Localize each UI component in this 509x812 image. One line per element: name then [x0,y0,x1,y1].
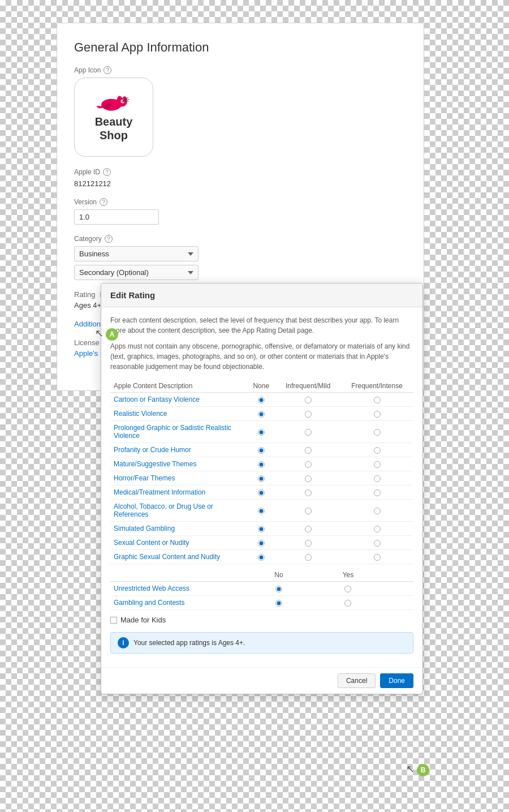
radio-infrequent-dot-9[interactable] [305,540,312,547]
apple-id-value: 812121212 [74,179,407,188]
radio-infrequent-dot-0[interactable] [305,397,312,403]
col-no: No [247,569,311,582]
table-row: Simulated Gambling [110,522,413,536]
modal-body: For each content description, select the… [101,307,422,667]
cursor-a-pointer: ↖ [95,328,103,338]
binary-label-1: Gambling and Contests [110,596,247,610]
radio-infrequent-5 [275,471,340,486]
radio-frequent-dot-3[interactable] [374,447,381,454]
badge-a: A [106,328,118,341]
row-label-7: Alcohol, Tobacco, or Drug Use or Referen… [110,500,247,522]
app-icon-box: BeautyShop [74,78,153,157]
radio-infrequent-dot-6[interactable] [305,489,312,496]
row-label-9: Sexual Content or Nudity [110,536,247,550]
binary-row: Gambling and Contests [110,596,413,610]
modal-description: For each content description, select the… [110,315,413,336]
radio-none-dot-9[interactable] [258,540,265,547]
radio-none-dot-5[interactable] [258,475,265,482]
radio-infrequent-dot-5[interactable] [305,475,312,482]
binary-header-row: No Yes [110,569,413,582]
radio-infrequent-dot-7[interactable] [305,508,312,514]
binary-yes-1 [311,596,385,610]
category-primary-select[interactable]: Business [74,246,199,261]
col-description: Apple Content Description [110,380,247,393]
radio-none-dot-7[interactable] [258,508,265,514]
table-header-row: Apple Content Description None Infrequen… [110,380,413,393]
table-row: Graphic Sexual Content and Nudity [110,550,413,564]
radio-none-dot-8[interactable] [258,526,265,532]
beauty-shop-cat-icon [94,92,133,115]
radio-infrequent-2 [275,421,340,443]
radio-infrequent-dot-4[interactable] [305,461,312,468]
table-row: Profanity or Crude Humor [110,443,413,457]
category-help-icon[interactable]: ? [105,235,113,243]
version-input[interactable] [74,209,159,225]
radio-infrequent-0 [275,393,340,407]
info-icon: i [118,637,129,648]
apple-id-help-icon[interactable]: ? [103,168,111,176]
info-row: i Your selected app ratings is Ages 4+. [110,632,413,654]
radio-none-dot-4[interactable] [258,461,265,468]
table-row: Realistic Violence [110,407,413,421]
radio-none-7 [247,500,275,522]
radio-none-dot-1[interactable] [258,411,265,418]
modal-title: Edit Rating [110,290,155,300]
radio-none-3 [247,443,275,457]
radio-infrequent-dot-1[interactable] [305,411,312,418]
radio-frequent-dot-5[interactable] [374,475,381,482]
apple-id-label: Apple ID ? [74,168,407,176]
radio-frequent-dot-2[interactable] [374,429,381,436]
radio-none-0 [247,393,275,407]
radio-infrequent-dot-3[interactable] [305,447,312,454]
radio-none-4 [247,457,275,471]
radio-infrequent-dot-8[interactable] [305,526,312,532]
binary-no-dot-0[interactable] [275,586,282,592]
radio-frequent-7 [340,500,413,522]
radio-frequent-dot-1[interactable] [374,411,381,418]
radio-none-dot-3[interactable] [258,447,265,454]
radio-none-2 [247,421,275,443]
radio-infrequent-dot-2[interactable] [305,429,312,436]
row-label-2: Prolonged Graphic or Sadistic Realistic … [110,421,247,443]
binary-yes-dot-0[interactable] [344,586,351,592]
radio-frequent-dot-10[interactable] [374,554,381,561]
category-secondary-select[interactable]: Secondary (Optional) [74,265,199,280]
col-infrequent: Infrequent/Mild [275,380,340,393]
radio-none-dot-10[interactable] [258,554,265,561]
binary-table: No Yes Unrestricted Web Access Gambling … [110,569,413,610]
radio-frequent-dot-8[interactable] [374,526,381,532]
cursor-b-pointer: ↖ [406,764,415,774]
radio-infrequent-1 [275,407,340,421]
radio-frequent-3 [340,443,413,457]
rating-table: Apple Content Description None Infrequen… [110,380,413,564]
radio-frequent-dot-4[interactable] [374,461,381,468]
radio-frequent-dot-7[interactable] [374,508,381,514]
radio-infrequent-6 [275,486,340,500]
radio-frequent-1 [340,407,413,421]
version-help-icon[interactable]: ? [100,198,107,206]
radio-none-dot-6[interactable] [258,489,265,496]
table-row: Alcohol, Tobacco, or Drug Use or Referen… [110,500,413,522]
row-label-10: Graphic Sexual Content and Nudity [110,550,247,564]
radio-frequent-dot-0[interactable] [374,397,381,403]
done-button[interactable]: Done [380,673,413,688]
version-label: Version ? [74,198,407,206]
category-label: Category ? [74,235,407,243]
binary-no-dot-1[interactable] [275,600,282,607]
radio-none-8 [247,522,275,536]
app-icon-help-icon[interactable]: ? [103,66,111,74]
app-icon-section: App Icon ? BeautyShop [74,66,407,157]
app-icon-label: App Icon ? [74,66,407,74]
binary-label-0: Unrestricted Web Access [110,582,247,596]
radio-none-5 [247,471,275,486]
binary-yes-dot-1[interactable] [344,600,351,607]
made-for-kids-checkbox[interactable] [110,617,117,624]
cancel-button[interactable]: Cancel [338,673,376,688]
radio-none-dot-0[interactable] [258,397,265,403]
radio-infrequent-dot-10[interactable] [305,554,312,561]
made-for-kids-row: Made for Kids [110,616,413,624]
radio-frequent-dot-9[interactable] [374,540,381,547]
binary-no-0 [247,582,311,596]
radio-frequent-dot-6[interactable] [374,489,381,496]
radio-none-dot-2[interactable] [258,429,265,436]
